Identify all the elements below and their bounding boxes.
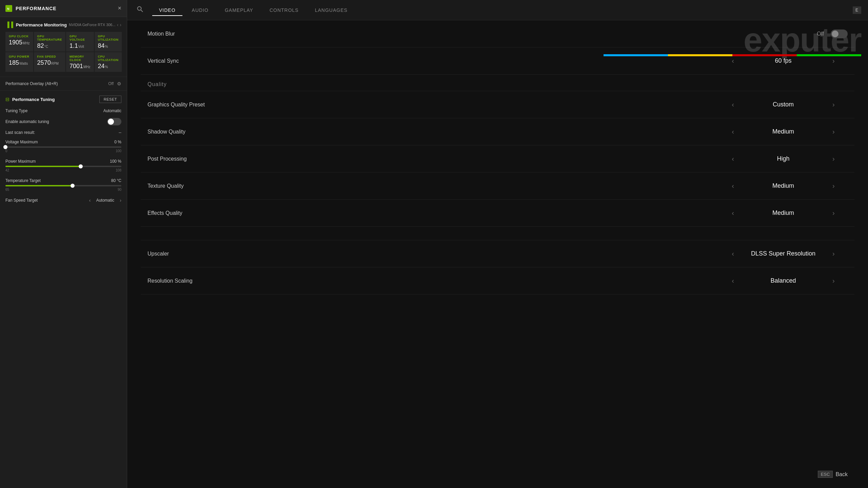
shadow-quality-next[interactable]: › (826, 124, 842, 139)
stat-gpu-clock: GPU CLOCK 1905MHz (5, 32, 33, 52)
last-scan-value: -- (119, 130, 121, 135)
post-processing-prev[interactable]: ‹ (725, 151, 741, 166)
vertical-sync-label: Vertical Sync (147, 58, 179, 64)
texture-quality-prev[interactable]: ‹ (725, 179, 741, 193)
tab-gameplay[interactable]: GAMEPLAY (218, 5, 260, 16)
power-max-fill (5, 166, 81, 167)
fan-speed-prev-arrow[interactable]: ‹ (89, 198, 91, 203)
toggle-knob (108, 119, 114, 125)
voltage-max-thumb[interactable] (3, 145, 7, 149)
tab-e[interactable]: E (853, 6, 861, 14)
temp-max: 90 (118, 188, 121, 191)
voltage-max-label: Voltage Maximum (5, 140, 38, 144)
texture-quality-control: ‹ Medium › (719, 179, 848, 193)
graphics-quality-preset-control: ‹ Custom › (719, 97, 848, 112)
effects-quality-prev[interactable]: ‹ (725, 206, 741, 220)
resolution-scaling-control: ‹ Balanced › (719, 273, 848, 288)
fan-speed-next-arrow[interactable]: › (120, 198, 121, 203)
power-max-track[interactable] (5, 166, 121, 167)
watermark-underline (604, 54, 861, 56)
fan-speed-control: ‹ Automatic › (89, 198, 121, 203)
upscaler-control: ‹ DLSS Super Resolution › (719, 246, 848, 261)
effects-quality-label: Effects Quality (147, 210, 182, 216)
perf-monitoring-header: ▐▐ Performance Monitoring NVIDIA GeForce… (5, 22, 121, 28)
auto-tuning-toggle[interactable] (107, 118, 121, 125)
post-processing-value: High (741, 155, 826, 162)
tab-languages[interactable]: LANGUAGES (308, 5, 354, 16)
auto-tuning-row: Enable automatic tuning (5, 118, 121, 125)
gear-icon[interactable]: ⚙ (117, 81, 121, 86)
post-processing-label: Post Processing (147, 156, 187, 162)
auto-tuning-label: Enable automatic tuning (5, 119, 49, 124)
sliders-icon: ⊟ (5, 97, 9, 102)
stat-gpu-temp: GPU TEMPERATURE 82°C (34, 32, 65, 52)
perf-tuning-label: Performance Tuning (12, 97, 55, 102)
stat-gpu-power: GPU POWER 185Watts (5, 52, 33, 72)
power-max-thumb[interactable] (79, 164, 83, 168)
graphics-quality-preset-prev[interactable]: ‹ (725, 97, 741, 112)
temp-target-thumb[interactable] (71, 184, 75, 188)
texture-quality-next[interactable]: › (826, 179, 842, 193)
back-button[interactable]: ESC Back (818, 471, 848, 478)
search-icon[interactable] (134, 3, 146, 17)
voltage-max-track[interactable] (5, 146, 121, 148)
post-processing-next[interactable]: › (826, 151, 842, 166)
stat-gpu-voltage-label: GPU VOLTAGE (70, 35, 91, 41)
divider-row (141, 227, 854, 240)
power-max: 108 (116, 168, 121, 172)
panel-header: N PERFORMANCE × (0, 0, 127, 17)
top-nav: VIDEO AUDIO GAMEPLAY CONTROLS LANGUAGES … (127, 0, 868, 20)
stat-cpu-util: CPU UTILIZATION 24% (95, 52, 122, 72)
upscaler-row: Upscaler ‹ DLSS Super Resolution › (141, 240, 854, 267)
graphics-quality-preset-next[interactable]: › (826, 97, 842, 112)
motion-blur-row: Motion Blur Off (141, 20, 854, 47)
perf-tuning-section: ⊟ Performance Tuning RESET Tuning Type A… (0, 91, 127, 488)
gpu-stats-section: ▐▐ Performance Monitoring NVIDIA GeForce… (0, 17, 127, 77)
gpu-stats-grid: GPU CLOCK 1905MHz GPU TEMPERATURE 82°C G… (5, 32, 121, 72)
stat-cpu-util-value: 24% (98, 63, 119, 69)
perf-tuning-header: ⊟ Performance Tuning RESET (5, 96, 121, 103)
left-panel: N PERFORMANCE × ▐▐ Performance Monitorin… (0, 0, 127, 488)
nvidia-icon: N (5, 5, 12, 12)
stat-mem-clock-label: MEMORY CLOCK (70, 55, 91, 62)
tuning-type-row: Tuning Type Automatic (5, 108, 121, 113)
resolution-scaling-next[interactable]: › (826, 273, 842, 288)
stats-prev-arrow[interactable]: ‹ (117, 22, 119, 27)
power-max-value: 100 % (110, 159, 121, 164)
back-label: Back (835, 471, 848, 477)
quality-section-header: Quality (141, 75, 854, 91)
svg-point-2 (138, 7, 141, 11)
stat-mem-clock: MEMORY CLOCK 7001MHz (66, 52, 94, 72)
fan-speed-label: Fan Speed Target (5, 198, 38, 203)
texture-quality-row: Texture Quality ‹ Medium › (141, 172, 854, 200)
close-button[interactable]: × (118, 5, 121, 12)
voltage-max-value: 0 % (114, 140, 121, 144)
shadow-quality-prev[interactable]: ‹ (725, 124, 741, 139)
shadow-quality-row: Shadow Quality ‹ Medium › (141, 118, 854, 145)
temp-target-fill (5, 185, 73, 186)
upscaler-next[interactable]: › (826, 246, 842, 261)
effects-quality-next[interactable]: › (826, 206, 842, 220)
tab-video[interactable]: VIDEO (152, 5, 182, 16)
stat-gpu-power-label: GPU POWER (9, 55, 30, 58)
resolution-scaling-prev[interactable]: ‹ (725, 273, 741, 288)
resolution-scaling-value: Balanced (741, 277, 826, 284)
temp-target-track[interactable] (5, 185, 121, 186)
effects-quality-value: Medium (741, 209, 826, 217)
stat-gpu-voltage: GPU VOLTAGE 1.1Volt (66, 32, 94, 52)
reset-button[interactable]: RESET (99, 96, 121, 103)
voltage-max-header: Voltage Maximum 0 % (5, 140, 121, 144)
tab-audio[interactable]: AUDIO (185, 5, 215, 16)
tuning-type-label: Tuning Type (5, 108, 27, 113)
tab-controls[interactable]: CONTROLS (263, 5, 305, 16)
stats-next-arrow[interactable]: › (120, 22, 121, 27)
power-min: 42 (5, 168, 9, 172)
motion-blur-toggle[interactable] (831, 29, 848, 38)
perf-overlay-row: Performance Overlay (Alt+R) Off ⚙ (0, 77, 127, 91)
power-max-slider-section: Power Maximum 100 % 42 108 (5, 159, 121, 172)
panel-title: PERFORMANCE (16, 6, 57, 11)
upscaler-prev[interactable]: ‹ (725, 246, 741, 261)
perf-overlay-right: Off ⚙ (108, 81, 121, 86)
post-processing-control: ‹ High › (719, 151, 848, 166)
fan-speed-row: Fan Speed Target ‹ Automatic › (5, 198, 121, 203)
